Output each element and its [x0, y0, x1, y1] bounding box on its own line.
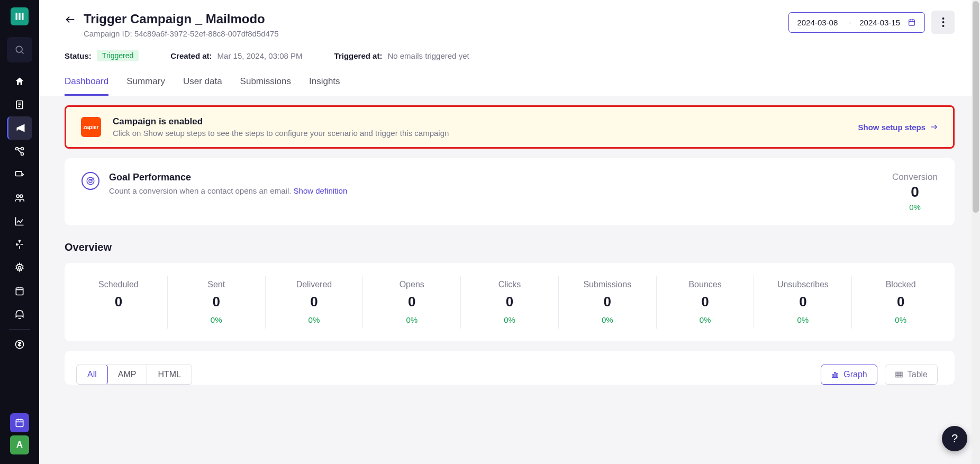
page-header: Trigger Campaign _ Mailmodo Campaign ID:…	[39, 0, 980, 96]
tab-summary[interactable]: Summary	[126, 76, 165, 96]
stats-row: Scheduled 0 Sent 0 0%Delivered 0 0%Opens…	[70, 276, 949, 329]
nav-calendar[interactable]	[10, 413, 29, 432]
date-to: 2024-03-15	[859, 18, 900, 27]
viewtab-html[interactable]: HTML	[147, 365, 192, 384]
svg-rect-28	[909, 20, 915, 25]
search-button[interactable]	[7, 37, 32, 62]
tab-userdata[interactable]: User data	[183, 76, 222, 96]
sidebar: A	[0, 0, 39, 464]
svg-rect-18	[16, 288, 23, 295]
zapier-icon: zapier	[81, 117, 101, 137]
svg-line-4	[22, 52, 24, 54]
stat-pct: 0%	[168, 315, 265, 324]
stat-item[interactable]: Sent 0 0%	[167, 276, 265, 329]
svg-point-17	[19, 267, 21, 269]
svg-point-16	[20, 195, 23, 197]
stat-item[interactable]: Clicks 0 0%	[460, 276, 558, 329]
nav-analytics[interactable]	[7, 210, 32, 233]
campaign-id-value: 54c89a6f-3972-52ef-88c8-007df8d5d475	[134, 29, 279, 38]
nav-billing[interactable]	[7, 333, 32, 356]
stat-label: Blocked	[852, 280, 949, 289]
stat-pct: 0%	[754, 315, 851, 324]
svg-point-34	[942, 25, 944, 27]
banner-desc: Click on Show setup steps to see the ste…	[113, 129, 449, 138]
stat-pct: 0%	[852, 315, 949, 324]
svg-rect-1	[19, 13, 20, 20]
nav-automation[interactable]	[7, 233, 32, 256]
main-content: Trigger Campaign _ Mailmodo Campaign ID:…	[39, 0, 980, 464]
nav-settings[interactable]	[7, 256, 32, 279]
date-range-picker[interactable]: 2024-03-08 → 2024-03-15	[788, 12, 925, 33]
stat-item[interactable]: Bounces 0 0%	[656, 276, 754, 329]
stat-item[interactable]: Submissions 0 0%	[558, 276, 656, 329]
meta-row: Status: Triggered Created at: Mar 15, 20…	[65, 50, 955, 61]
svg-rect-39	[832, 375, 834, 377]
stat-label: Sent	[168, 280, 265, 289]
sidebar-divider	[9, 329, 30, 330]
stat-value: 0	[461, 294, 558, 310]
nav-transactional[interactable]	[7, 163, 32, 186]
goal-title: Goal Performance	[109, 172, 347, 183]
table-toggle-button[interactable]: Table	[885, 365, 938, 385]
svg-rect-40	[834, 372, 836, 377]
tab-bar: Dashboard Summary User data Submissions …	[65, 76, 955, 96]
conversion-value: 0	[892, 184, 938, 201]
stat-label: Opens	[363, 280, 460, 289]
goal-desc: Count a conversion when a contact opens …	[109, 186, 347, 195]
overview-title: Overview	[65, 241, 955, 253]
created-label: Created at:	[170, 51, 212, 60]
user-avatar[interactable]: A	[10, 435, 29, 454]
scrollbar[interactable]	[972, 0, 980, 464]
stat-value: 0	[852, 294, 949, 310]
chart-card: All AMP HTML Graph Table	[65, 351, 955, 385]
date-from: 2024-03-08	[797, 18, 838, 27]
back-arrow-icon[interactable]	[65, 14, 76, 25]
created-value: Mar 15, 2024, 03:08 PM	[217, 51, 303, 60]
goal-card: Goal Performance Count a conversion when…	[65, 158, 955, 225]
conversion-label: Conversion	[892, 172, 938, 183]
stat-label: Unsubscribes	[754, 280, 851, 289]
stat-item[interactable]: Scheduled 0	[70, 276, 167, 329]
stat-item[interactable]: Opens 0 0%	[362, 276, 460, 329]
nav-notifications[interactable]	[7, 303, 32, 326]
show-setup-steps-link[interactable]: Show setup steps	[858, 123, 938, 132]
conversion-pct: 0%	[892, 203, 938, 212]
viewtab-all[interactable]: All	[76, 365, 108, 385]
scrollbar-thumb[interactable]	[973, 1, 979, 213]
viewtab-amp[interactable]: AMP	[107, 365, 148, 384]
stat-value: 0	[754, 294, 851, 310]
nav-integrations[interactable]	[7, 140, 32, 163]
stat-value: 0	[266, 294, 363, 310]
stat-item[interactable]: Blocked 0 0%	[851, 276, 949, 329]
graph-toggle-button[interactable]: Graph	[821, 365, 877, 385]
triggered-label: Triggered at:	[334, 51, 383, 60]
nav-apps[interactable]	[7, 279, 32, 303]
nav-templates[interactable]	[7, 93, 32, 116]
stat-item[interactable]: Unsubscribes 0 0%	[754, 276, 851, 329]
tab-submissions[interactable]: Submissions	[240, 76, 291, 96]
app-logo[interactable]	[11, 7, 29, 25]
help-button[interactable]: ?	[942, 426, 967, 451]
stat-label: Bounces	[657, 280, 754, 289]
setup-banner: zapier Campaign is enabled Click on Show…	[65, 105, 955, 149]
banner-link-text: Show setup steps	[858, 123, 925, 132]
svg-rect-0	[16, 13, 17, 20]
show-definition-link[interactable]: Show definition	[294, 186, 348, 195]
svg-line-13	[18, 150, 22, 153]
nav-contacts[interactable]	[7, 186, 32, 210]
nav-home[interactable]	[7, 70, 32, 93]
stat-label: Scheduled	[70, 280, 167, 289]
tab-insights[interactable]: Insights	[309, 76, 340, 96]
nav-campaigns[interactable]	[7, 116, 32, 140]
stat-value: 0	[363, 294, 460, 310]
stat-pct: 0%	[363, 315, 460, 324]
svg-rect-41	[837, 374, 838, 377]
more-options-button[interactable]	[931, 11, 955, 34]
svg-rect-42	[896, 372, 902, 377]
stat-value: 0	[168, 294, 265, 310]
stat-item[interactable]: Delivered 0 0%	[265, 276, 363, 329]
svg-rect-14	[16, 171, 22, 176]
campaign-id: Campaign ID: 54c89a6f-3972-52ef-88c8-007…	[84, 29, 279, 38]
tab-dashboard[interactable]: Dashboard	[65, 76, 108, 96]
graph-label: Graph	[843, 370, 867, 379]
